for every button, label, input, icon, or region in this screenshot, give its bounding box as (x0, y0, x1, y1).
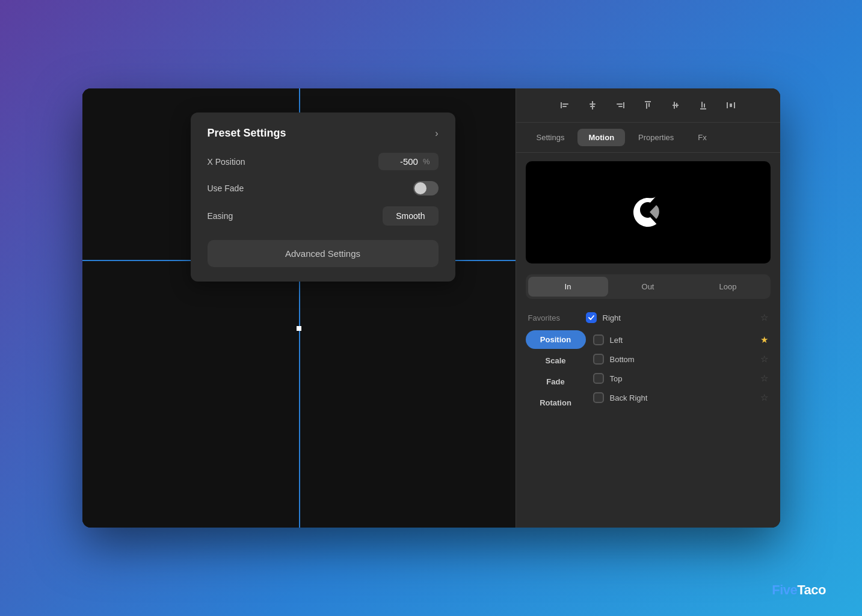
motion-item-left[interactable]: Left ★ (591, 330, 771, 350)
bottom-label: Bottom (610, 355, 754, 364)
motion-item-bottom[interactable]: Bottom ☆ (591, 350, 771, 369)
rotation-category-btn[interactable]: Rotation (526, 393, 586, 412)
svg-rect-5 (590, 106, 595, 107)
x-position-value: -500 (400, 156, 418, 167)
preset-title: Preset Settings (208, 127, 286, 140)
back-right-label: Back Right (610, 393, 754, 402)
easing-label: Easing (208, 211, 233, 221)
motion-item-back-right[interactable]: Back Right ☆ (591, 388, 771, 407)
position-category-btn[interactable]: Position (526, 330, 586, 349)
right-star[interactable]: ☆ (760, 312, 768, 323)
use-fade-toggle[interactable] (413, 181, 439, 196)
svg-rect-0 (561, 102, 562, 108)
toolbar (516, 88, 780, 123)
preview-area (526, 161, 771, 263)
main-window: Preset Settings › X Position -500 % Use … (82, 88, 780, 528)
back-right-checkbox[interactable] (593, 392, 604, 403)
svg-rect-19 (734, 102, 735, 108)
svg-rect-16 (701, 102, 703, 108)
left-checkbox[interactable] (593, 334, 604, 345)
tab-fx[interactable]: Fx (687, 129, 717, 146)
use-fade-label: Use Fade (208, 183, 244, 193)
branding: FiveTaco (772, 582, 826, 598)
back-right-star[interactable]: ☆ (760, 392, 768, 403)
svg-rect-7 (617, 103, 623, 105)
align-bottom-icon[interactable] (695, 97, 712, 114)
loop-button[interactable]: Loop (688, 277, 768, 297)
tab-settings[interactable]: Settings (526, 129, 576, 146)
favorites-label: Favorites (528, 313, 576, 322)
motion-categories-col: Position Scale Fade Rotation (526, 330, 586, 412)
preview-logo (629, 193, 667, 232)
svg-rect-10 (646, 103, 647, 109)
distribute-icon[interactable] (722, 97, 739, 114)
top-label: Top (610, 374, 754, 383)
svg-rect-6 (623, 102, 624, 108)
canvas-area: Preset Settings › X Position -500 % Use … (82, 88, 516, 528)
right-label: Right (603, 313, 754, 322)
align-right-icon[interactable] (612, 97, 629, 114)
svg-rect-4 (590, 103, 596, 105)
svg-rect-12 (673, 105, 679, 106)
use-fade-row: Use Fade (208, 181, 439, 196)
svg-rect-9 (645, 101, 651, 102)
brand-white: Taco (797, 582, 826, 597)
tabs-row: Settings Motion Properties Fx (516, 123, 780, 153)
fade-category-btn[interactable]: Fade (526, 372, 586, 391)
top-checkbox[interactable] (593, 373, 604, 384)
bottom-star[interactable]: ☆ (760, 354, 768, 365)
svg-rect-1 (562, 103, 568, 105)
svg-rect-11 (648, 103, 650, 107)
svg-rect-15 (700, 108, 706, 109)
x-position-value-box[interactable]: -500 % (378, 153, 439, 170)
advanced-settings-button[interactable]: Advanced Settings (208, 240, 439, 267)
x-position-unit: % (423, 157, 430, 166)
preset-chevron: › (435, 128, 438, 139)
left-label: Left (610, 336, 754, 345)
svg-rect-8 (618, 106, 623, 107)
easing-button[interactable]: Smooth (383, 206, 438, 226)
align-center-h-icon[interactable] (584, 97, 601, 114)
motion-item-top[interactable]: Top ☆ (591, 369, 771, 388)
bottom-checkbox[interactable] (593, 354, 604, 365)
inout-row: In Out Loop (526, 274, 771, 299)
canvas-white-dot (297, 326, 301, 331)
svg-rect-17 (704, 103, 705, 108)
brand-blue: Five (772, 582, 797, 597)
svg-rect-3 (592, 101, 593, 109)
align-middle-v-icon[interactable] (667, 97, 684, 114)
top-star[interactable]: ☆ (760, 373, 768, 384)
right-panel: Settings Motion Properties Fx In Out Loo… (516, 88, 780, 528)
tab-motion[interactable]: Motion (577, 129, 625, 146)
svg-rect-14 (676, 103, 677, 108)
toggle-knob (414, 182, 426, 194)
out-button[interactable]: Out (608, 277, 688, 297)
svg-rect-18 (727, 102, 728, 108)
align-top-icon[interactable] (639, 97, 656, 114)
right-checkbox[interactable] (586, 312, 597, 323)
easing-row: Easing Smooth (208, 206, 439, 226)
svg-rect-13 (674, 102, 675, 109)
motion-entries-col: Left ★ Bottom ☆ Top ☆ (591, 330, 771, 407)
svg-rect-20 (730, 103, 732, 107)
svg-rect-2 (562, 106, 567, 107)
scale-category-btn[interactable]: Scale (526, 351, 586, 370)
favorites-right-row: Right ☆ (586, 312, 768, 323)
x-position-row: X Position -500 % (208, 153, 439, 170)
x-position-label: X Position (208, 157, 245, 167)
align-left-icon[interactable] (556, 97, 573, 114)
tab-properties[interactable]: Properties (627, 129, 685, 146)
left-star[interactable]: ★ (760, 334, 768, 345)
preset-header: Preset Settings › (208, 127, 439, 140)
in-button[interactable]: In (528, 277, 608, 297)
favorites-row: Favorites Right ☆ (526, 307, 771, 328)
motion-columns: Position Scale Fade Rotation Left ★ (526, 328, 771, 414)
preset-panel: Preset Settings › X Position -500 % Use … (191, 112, 455, 282)
motion-list: Favorites Right ☆ Position Scale Fade Ro… (516, 307, 780, 528)
